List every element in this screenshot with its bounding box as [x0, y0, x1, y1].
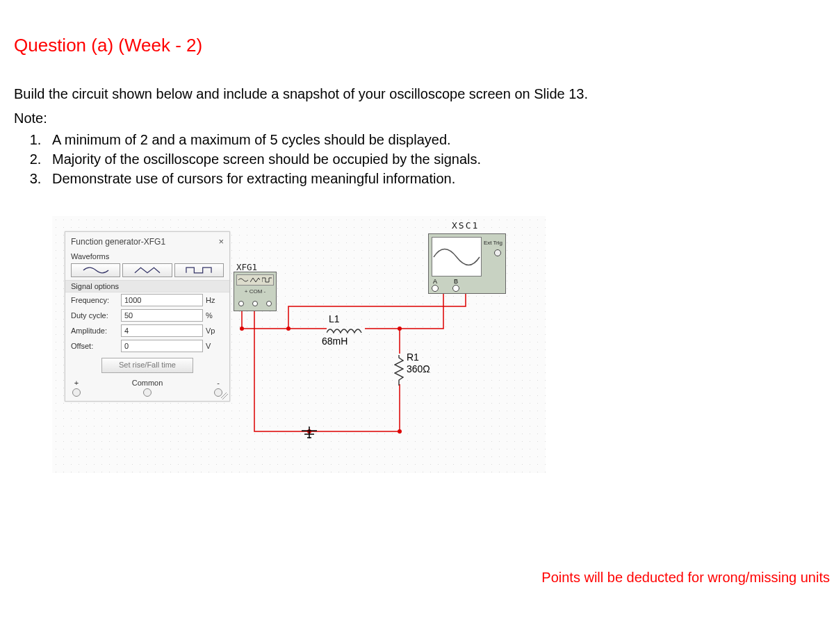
- common-pin-icon: [143, 388, 152, 397]
- frequency-unit: Hz: [206, 296, 224, 304]
- amplitude-label: Amplitude:: [71, 327, 118, 335]
- set-rise-fall-button[interactable]: Set rise/Fall time: [101, 358, 193, 373]
- ext-trig-pin-icon: [494, 249, 501, 256]
- circuit-diagram: Function generator-XFG1 × Waveforms Sign…: [52, 216, 546, 473]
- scope-screen-icon: [432, 237, 482, 276]
- function-generator-dialog[interactable]: Function generator-XFG1 × Waveforms Sign…: [65, 231, 230, 402]
- note-label: Note:: [14, 110, 820, 126]
- xfg1-instrument-icon[interactable]: + COM -: [234, 272, 277, 311]
- scope-channel-b: B: [452, 278, 459, 292]
- plus-pin-icon: [72, 388, 81, 397]
- instruction-text: Build the circuit shown below and includ…: [14, 84, 820, 104]
- duty-cycle-input[interactable]: 50: [121, 309, 203, 322]
- fg-title-text: Function generator-XFG1: [71, 237, 165, 247]
- svg-point-4: [398, 429, 402, 434]
- r1-name: R1: [407, 352, 419, 363]
- sine-wave-button[interactable]: [71, 263, 120, 277]
- resize-grip-icon[interactable]: [221, 393, 228, 399]
- xfg-terminal-row: + COM -: [236, 287, 274, 295]
- frequency-input[interactable]: 1000: [121, 294, 203, 306]
- svg-point-2: [286, 327, 291, 331]
- question-title: Question (a) (Week - 2): [14, 35, 820, 56]
- svg-point-0: [240, 327, 244, 331]
- xfg-plus-pin-icon: [238, 301, 244, 306]
- terminal-common[interactable]: Common: [132, 379, 163, 397]
- notes-list: A minimum of 2 and a maximum of 5 cycles…: [14, 130, 820, 188]
- note-item-1: A minimum of 2 and a maximum of 5 cycles…: [45, 130, 820, 149]
- ext-trig-label: Ext Trig: [484, 240, 502, 246]
- xfg-wave-icons: [236, 274, 274, 286]
- triangle-wave-button[interactable]: [122, 263, 172, 277]
- xfg-com-pin-icon: [252, 301, 258, 306]
- amplitude-unit: Vp: [206, 327, 224, 335]
- ground-icon: [299, 427, 320, 445]
- note-item-2: Majority of the oscilloscope screen shou…: [45, 149, 820, 169]
- terminal-plus[interactable]: +: [72, 379, 81, 397]
- signal-options-label: Signal options: [65, 280, 229, 292]
- offset-unit: V: [206, 342, 224, 350]
- r1-value: 360Ω: [407, 363, 430, 374]
- resistor-icon: [394, 355, 404, 383]
- scope-channel-a: A: [432, 278, 439, 292]
- amplitude-input[interactable]: 4: [121, 324, 203, 337]
- square-wave-button[interactable]: [174, 263, 224, 277]
- frequency-label: Frequency:: [71, 296, 118, 304]
- l1-name: L1: [329, 313, 340, 324]
- xfg-minus-pin-icon: [266, 301, 272, 306]
- duty-cycle-unit: %: [206, 311, 224, 320]
- ch-a-pin-icon: [432, 285, 439, 292]
- duty-cycle-label: Duty cycle:: [71, 311, 118, 320]
- xfg1-label: XFG1: [236, 262, 257, 272]
- offset-input[interactable]: 0: [121, 340, 203, 352]
- xsc1-instrument-icon[interactable]: Ext Trig A B: [428, 233, 506, 294]
- footer-warning: Points will be deducted for wrong/missin…: [541, 570, 830, 586]
- l1-value: 68mH: [322, 336, 348, 347]
- offset-label: Offset:: [71, 342, 118, 350]
- close-icon[interactable]: ×: [218, 236, 224, 247]
- xsc1-label: XSC1: [452, 220, 479, 231]
- svg-point-1: [398, 327, 402, 331]
- waveforms-label: Waveforms: [65, 251, 229, 262]
- ch-b-pin-icon: [452, 285, 459, 292]
- note-item-3: Demonstrate use of cursors for extractin…: [45, 169, 820, 188]
